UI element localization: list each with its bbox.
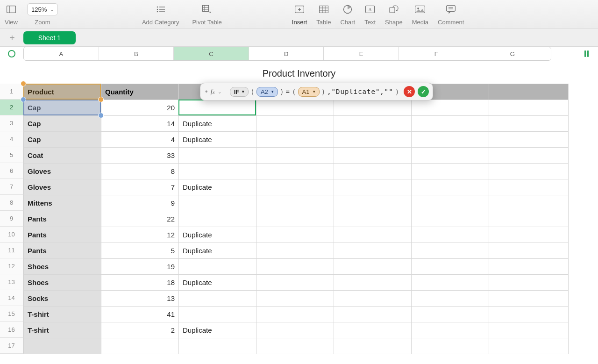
- cell-qty[interactable]: 2: [101, 322, 179, 338]
- cell[interactable]: [256, 116, 334, 132]
- cell[interactable]: [334, 243, 412, 259]
- cell[interactable]: [412, 338, 489, 354]
- cell-qty[interactable]: 14: [101, 116, 179, 132]
- cell-qty[interactable]: 41: [101, 307, 179, 322]
- cell[interactable]: [489, 291, 569, 307]
- cell-qty[interactable]: 13: [101, 291, 179, 307]
- cell[interactable]: [412, 179, 489, 195]
- cell-dup[interactable]: Duplicate: [179, 227, 256, 243]
- cell[interactable]: [256, 307, 334, 322]
- cell[interactable]: [412, 322, 489, 338]
- row-hdr-4[interactable]: 4: [0, 131, 23, 147]
- cell[interactable]: [256, 100, 334, 116]
- cell[interactable]: [256, 211, 334, 227]
- cell-product[interactable]: Cap: [24, 116, 101, 132]
- header-product[interactable]: Product: [24, 84, 101, 100]
- cell-qty[interactable]: 4: [101, 132, 179, 148]
- cell[interactable]: [489, 100, 569, 116]
- cell[interactable]: [256, 148, 334, 164]
- table-handle-ring-icon[interactable]: [8, 50, 15, 57]
- cell[interactable]: [489, 322, 569, 338]
- cell[interactable]: [334, 275, 412, 291]
- row-hdr-12[interactable]: 12: [0, 258, 23, 274]
- cell[interactable]: [256, 132, 334, 148]
- cell-dup[interactable]: Duplicate: [179, 116, 256, 132]
- cell[interactable]: [412, 291, 489, 307]
- insert-icon[interactable]: [294, 4, 305, 14]
- cell[interactable]: [489, 275, 569, 291]
- cell[interactable]: [412, 243, 489, 259]
- row-hdr-14[interactable]: 14: [0, 290, 23, 306]
- row-hdr-15[interactable]: 15: [0, 306, 23, 322]
- cell[interactable]: [489, 84, 569, 100]
- cell[interactable]: [334, 132, 412, 148]
- cell-product[interactable]: Pants: [24, 227, 101, 243]
- cell[interactable]: [334, 164, 412, 179]
- cell-qty[interactable]: 33: [101, 148, 179, 164]
- table-icon[interactable]: [319, 4, 329, 14]
- cell[interactable]: [256, 195, 334, 211]
- cell[interactable]: [489, 227, 569, 243]
- cell-product[interactable]: Coat: [24, 148, 101, 164]
- row-hdr-1[interactable]: 1: [0, 84, 23, 100]
- add-sheet-button[interactable]: +: [9, 33, 15, 43]
- cell[interactable]: [412, 164, 489, 179]
- cell[interactable]: [412, 148, 489, 164]
- cell[interactable]: [256, 164, 334, 179]
- cell[interactable]: [489, 338, 569, 354]
- cell-qty[interactable]: 8: [101, 164, 179, 179]
- cell-qty[interactable]: 9: [101, 195, 179, 211]
- cell[interactable]: [489, 132, 569, 148]
- cell-product[interactable]: T-shirt: [24, 322, 101, 338]
- formula-tail[interactable]: ,"Duplicate","": [327, 88, 393, 95]
- cell-dup[interactable]: Duplicate: [179, 132, 256, 148]
- cell[interactable]: [256, 259, 334, 275]
- cell[interactable]: [489, 211, 569, 227]
- cell[interactable]: [256, 179, 334, 195]
- cell-qty[interactable]: 22: [101, 211, 179, 227]
- cell[interactable]: [412, 195, 489, 211]
- cell[interactable]: [412, 211, 489, 227]
- cell-dup[interactable]: Duplicate: [179, 179, 256, 195]
- col-header-E[interactable]: E: [324, 47, 399, 60]
- col-header-F[interactable]: F: [399, 47, 474, 60]
- cell-qty[interactable]: 19: [101, 259, 179, 275]
- cell[interactable]: [334, 195, 412, 211]
- cell-dup[interactable]: Duplicate: [179, 243, 256, 259]
- cell[interactable]: [256, 338, 334, 354]
- media-icon[interactable]: [415, 4, 425, 14]
- cell-dup[interactable]: [179, 148, 256, 164]
- zoom-dropdown[interactable]: 125% ⌄: [27, 3, 58, 15]
- cell[interactable]: [256, 243, 334, 259]
- cell[interactable]: [256, 275, 334, 291]
- cell[interactable]: [24, 338, 101, 354]
- chevron-down-icon[interactable]: ⌄: [218, 89, 221, 94]
- formula-editor[interactable]: • fx ⌄ IF ( A2 ) = ( A1 ) ,"Duplicate","…: [200, 83, 433, 100]
- cell-qty[interactable]: 12: [101, 227, 179, 243]
- fx-icon[interactable]: fx: [211, 88, 215, 96]
- cell-product[interactable]: Shoes: [24, 259, 101, 275]
- cell-dup[interactable]: [179, 211, 256, 227]
- cell[interactable]: [334, 211, 412, 227]
- cell[interactable]: [334, 338, 412, 354]
- cell-qty[interactable]: 18: [101, 275, 179, 291]
- cell[interactable]: [412, 227, 489, 243]
- row-hdr-7[interactable]: 7: [0, 179, 23, 195]
- cell-product[interactable]: T-shirt: [24, 307, 101, 322]
- cell[interactable]: [334, 148, 412, 164]
- col-header-B[interactable]: B: [99, 47, 174, 60]
- cell[interactable]: [101, 338, 179, 354]
- row-hdr-16[interactable]: 16: [0, 322, 23, 338]
- sidebar-toggle-icon[interactable]: [6, 4, 16, 14]
- cell[interactable]: [256, 227, 334, 243]
- pivot-icon[interactable]: [202, 4, 212, 14]
- formula-cancel-button[interactable]: ✕: [404, 86, 415, 97]
- cell-qty[interactable]: 7: [101, 179, 179, 195]
- cell[interactable]: [412, 307, 489, 322]
- row-hdr-5[interactable]: 5: [0, 147, 23, 163]
- shape-icon[interactable]: [389, 4, 399, 14]
- cell-product[interactable]: Socks: [24, 291, 101, 307]
- cell-dup[interactable]: [179, 307, 256, 322]
- cell[interactable]: [489, 179, 569, 195]
- cell-product[interactable]: Pants: [24, 243, 101, 259]
